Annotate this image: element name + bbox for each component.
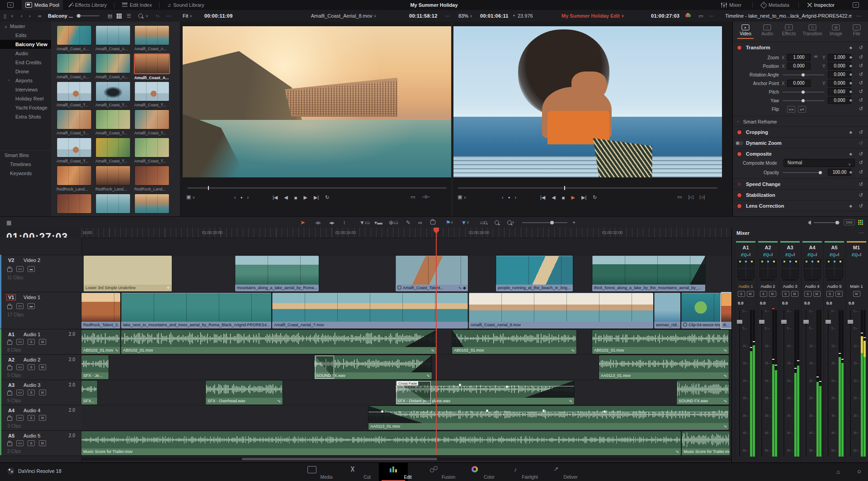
media-clip[interactable]: Amalfi_Coast_A... — [95, 25, 131, 51]
reset-icon[interactable]: ↺ — [859, 169, 863, 175]
media-clip[interactable]: Amalfi_Coast_A... — [57, 25, 92, 51]
more-options-icon[interactable]: ··· — [166, 10, 171, 22]
curve-tool-icon[interactable]: ✎ — [406, 217, 410, 228]
solo-button[interactable]: S — [760, 291, 767, 297]
right-panel-toggle[interactable]: ∨ — [849, 0, 863, 10]
page-deliver[interactable]: ↗Deliver — [542, 463, 571, 481]
page-edit[interactable]: Edit — [379, 463, 408, 481]
audio-clip[interactable]: SFX - Je...∿ — [81, 355, 108, 379]
track-v1-lane[interactable]: RedRock_Talent_3... lake_next_to_mountai… — [81, 292, 731, 329]
keyframe-icon[interactable]: ◆ — [849, 90, 852, 94]
media-clip[interactable]: Amalfi_Coast_A... — [95, 53, 131, 79]
pitch-field[interactable]: 0.000 — [828, 88, 851, 95]
go-to-start-icon[interactable]: |◀ — [540, 195, 545, 200]
go-to-start-icon[interactable]: |◀ — [273, 195, 278, 200]
replace-clip-icon[interactable]: ⊕▭ — [389, 217, 398, 228]
timeline-ruler[interactable]: 16:0001:00:20:0001:00:24:0001:00:28:0001… — [81, 228, 731, 238]
tab-metadata[interactable]: Metadata — [758, 0, 793, 10]
trim-edit-icon[interactable]: ⟚ — [316, 217, 321, 228]
eq-button[interactable]: EQ — [802, 252, 823, 257]
section-smart-reframe[interactable]: ›Smart Reframe — [733, 116, 868, 127]
step-back-icon[interactable]: ◀ — [552, 195, 555, 200]
bin-audio[interactable]: Audio — [0, 49, 51, 58]
media-clip[interactable]: Amalfi_Coast_T... — [57, 110, 92, 135]
flip-horizontal-button[interactable]: ▸|◂ — [787, 106, 795, 113]
reset-icon[interactable]: ↺ — [859, 181, 863, 187]
loop-icon[interactable]: ↻ — [325, 195, 329, 200]
media-clip[interactable]: Amalfi_Coast_T... — [57, 138, 92, 163]
reset-icon[interactable]: ↺ — [859, 160, 863, 166]
dynamic-trim-icon[interactable]: ◂▸ — [329, 217, 335, 228]
keyframe-icon[interactable]: ◆ — [849, 81, 852, 85]
zoom-x-field[interactable]: 1.000 — [787, 54, 811, 61]
timeline-clip[interactable]: Amalfi_Coast_Aerial_8.mov — [469, 293, 653, 329]
rotation-field[interactable]: 0.000 — [828, 71, 851, 78]
keyframe-icon[interactable]: ◆ — [849, 152, 852, 156]
source-scrub-bar[interactable] — [187, 187, 447, 189]
media-clip[interactable]: Amalfi_Coast_T... — [95, 81, 131, 107]
source-clip-select[interactable]: Amalfi_Coast_Aerial_8.mov ∨ — [280, 10, 407, 22]
pan-pad[interactable] — [737, 259, 755, 278]
audio-clip[interactable]: SOUND FX.wav∿ — [677, 381, 729, 405]
mute-button[interactable]: M — [747, 291, 754, 297]
inspector-tab-audio[interactable]: ♪Audio — [757, 24, 777, 36]
in-out-icon[interactable]: ⊣⊢ — [421, 195, 430, 200]
auto-select-icon[interactable]: <> — [16, 266, 24, 272]
section-speed-change[interactable]: Speed Change ↺ — [733, 178, 868, 190]
link-clips-icon[interactable]: ∞ — [418, 217, 422, 228]
link-bin-icon[interactable]: ∞ — [38, 10, 42, 22]
display-mode-icon[interactable]: ▭ — [698, 10, 703, 22]
play-icon[interactable]: ▶ — [303, 195, 307, 200]
media-clip[interactable] — [57, 194, 92, 214]
playhead[interactable] — [436, 228, 437, 455]
bin-keywords[interactable]: Keywords — [0, 169, 51, 178]
timeline-zoom-select[interactable]: 83% ∨ — [458, 10, 472, 22]
bin-edits[interactable]: Edits — [0, 31, 51, 40]
tab-inspector[interactable]: ⤬Inspector — [804, 0, 838, 10]
timeline-clip[interactable]: Amalfi_Coast_Talent...◆∿ — [396, 256, 468, 291]
pan-scrollbar[interactable] — [760, 279, 775, 281]
keyframe-icon[interactable]: ◆ — [849, 98, 852, 102]
search-icon[interactable] — [138, 10, 143, 22]
solid-icon[interactable]: ▬ — [28, 303, 35, 309]
section-lens-correction[interactable]: Lens Correction ◆↺ — [733, 200, 868, 211]
reset-icon[interactable]: ↺ — [859, 63, 863, 69]
timeline-scrub-bar[interactable] — [458, 187, 717, 189]
list-view-icon[interactable]: ☰ — [127, 10, 131, 22]
source-fit-select[interactable]: Fit ∨ — [183, 10, 192, 22]
audio-clip[interactable]: SFX - Distant prop plane.wav∿ Cross Fade — [396, 381, 574, 405]
jog-left-icon[interactable]: ‹ — [502, 195, 504, 200]
mute-button[interactable]: M — [39, 440, 46, 446]
auto-select-icon[interactable]: <> — [16, 415, 24, 421]
channel-fader[interactable]: 0510152025304050 — [779, 308, 801, 458]
audio-clip[interactable]: AB0102_01.mov∿ — [592, 330, 729, 354]
fade-handle-selected[interactable] — [315, 356, 334, 379]
pan-scrollbar[interactable] — [827, 279, 841, 281]
jog-dot-icon[interactable]: ● — [241, 195, 243, 200]
solo-button[interactable]: S — [804, 291, 811, 297]
loop-icon[interactable]: ↻ — [593, 195, 597, 200]
keyframe-icon[interactable]: ◆ — [849, 130, 852, 134]
timeline-clip[interactable]: Lower 3rd Simple Underline✛ — [84, 256, 172, 291]
position-lock-icon[interactable] — [430, 217, 435, 228]
inspector-tab-image[interactable]: ▨Image — [826, 24, 846, 36]
mixer-options-icon[interactable]: ··· — [859, 230, 864, 235]
audio-clip[interactable]: SFX - Overhead.wav∿ — [206, 381, 283, 405]
track-header-a1[interactable]: A1Audio 12.0 <>SM 8 Clips — [0, 329, 81, 355]
keyframe-icon[interactable]: ◆ — [849, 64, 852, 68]
bin-interviews[interactable]: Interviews — [0, 85, 51, 94]
section-composite[interactable]: Composite ◆↺ — [733, 148, 868, 159]
go-to-end-icon[interactable]: ▶| — [314, 195, 319, 200]
audio-scroll-strip[interactable] — [0, 329, 1, 455]
auto-select-icon[interactable]: <> — [16, 390, 24, 395]
mute-button[interactable]: M — [813, 291, 821, 297]
zoom-fit-icon[interactable]: ▭ — [480, 217, 488, 228]
media-clip[interactable]: RedRock_Land... — [95, 166, 131, 191]
section-cropping[interactable]: Cropping ◆↺ — [733, 126, 868, 138]
current-bin-title[interactable]: Balcony ... — [48, 10, 73, 22]
go-to-end-icon[interactable]: ▶| — [581, 195, 586, 200]
page-fairlight[interactable]: ♪Fairlight — [501, 463, 530, 481]
channel-fader[interactable]: 0510152025304050 — [802, 308, 823, 458]
timeline-name-select[interactable]: My Summer Holiday Edit ∨ — [561, 10, 624, 22]
bin-airports[interactable]: ›Airports — [0, 76, 51, 85]
